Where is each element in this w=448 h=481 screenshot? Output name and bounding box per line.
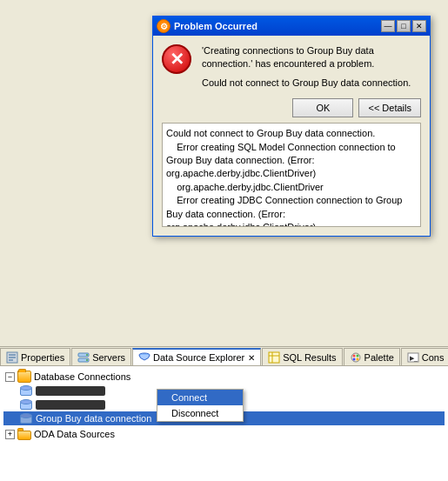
panel-content: − Database Connections: [0, 366, 448, 481]
tree-root[interactable]: − Database Connections: [3, 370, 445, 384]
dialog-close-button[interactable]: ✕: [412, 20, 426, 32]
folder-icon-root: [17, 371, 31, 383]
dialog-maximize-button[interactable]: □: [397, 20, 411, 32]
dialog-title-buttons: — □ ✕: [381, 20, 426, 32]
error-icon: ✕: [162, 44, 193, 76]
dialog-titlebar: ⚙ Problem Occurred — □ ✕: [153, 17, 430, 36]
details-button[interactable]: << Details: [358, 98, 421, 117]
tree-item-2-label: [36, 400, 105, 410]
tree-oda-label: ODA Data Sources: [34, 429, 115, 439]
tree-item-1-label: [36, 386, 105, 396]
dialog-title-icon: ⚙: [157, 19, 171, 33]
tree-toggle-root[interactable]: −: [5, 372, 15, 382]
dialog-overlay: ⚙ Problem Occurred — □ ✕ ✕ 'Creating con…: [0, 0, 448, 365]
details-area[interactable]: Could not connect to Group Buy data conn…: [162, 123, 421, 227]
tree-oda[interactable]: + ODA Data Sources: [3, 427, 445, 441]
context-menu-disconnect[interactable]: Disconnect: [157, 405, 243, 421]
dialog-title-text: Problem Occurred: [174, 21, 257, 31]
bottom-panel: − Database Connections: [0, 365, 448, 481]
dialog-title-left: ⚙ Problem Occurred: [157, 19, 257, 33]
dialog-main-message: 'Creating connections to Group Buy data …: [202, 44, 421, 71]
context-menu: Connect Disconnect: [157, 389, 244, 422]
dialog-body: ✕ 'Creating connections to Group Buy dat…: [153, 36, 430, 236]
dialog-buttons: OK << Details: [162, 98, 421, 117]
details-text: Could not connect to Group Buy data conn…: [166, 128, 402, 227]
dialog-sub-message: Could not connect to Group Buy data conn…: [202, 77, 421, 90]
dialog-text: 'Creating connections to Group Buy data …: [202, 44, 421, 90]
dialog-minimize-button[interactable]: —: [381, 20, 395, 32]
dialog-message-area: ✕ 'Creating connections to Group Buy dat…: [162, 44, 421, 90]
oda-folder-icon: [17, 428, 31, 440]
tree-toggle-oda[interactable]: +: [5, 430, 15, 439]
ok-button[interactable]: OK: [292, 98, 353, 117]
db-icon-1: [19, 384, 33, 397]
tree-item-3-label: Group Buy data connection: [36, 413, 151, 424]
context-menu-connect[interactable]: Connect: [157, 390, 243, 405]
error-icon-circle: ✕: [162, 44, 191, 74]
db-icon-2: [19, 398, 33, 411]
problem-dialog: ⚙ Problem Occurred — □ ✕ ✕ 'Creating con…: [152, 16, 431, 237]
db-icon-3: [19, 412, 33, 424]
tree-root-label: Database Connections: [34, 371, 130, 382]
